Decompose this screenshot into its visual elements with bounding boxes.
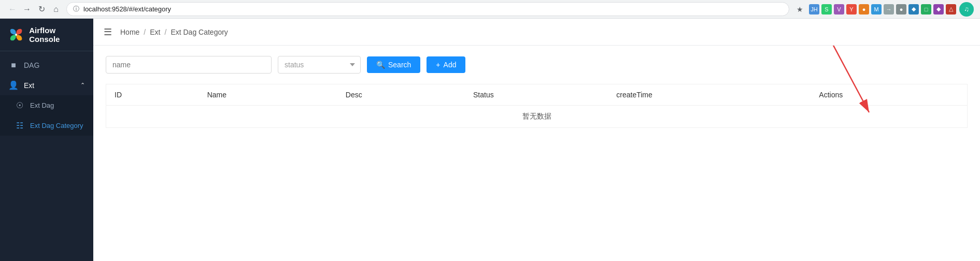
ext-label: Ext	[24, 81, 34, 90]
sidebar-item-ext-dag-category[interactable]: ☷ Ext Dag Category	[0, 115, 93, 136]
sidebar-logo: Airflow Console	[0, 19, 93, 51]
add-button[interactable]: + Add	[427, 56, 465, 73]
toolbar: status active inactive 🔍 Search + Add	[106, 56, 968, 74]
add-icon: +	[436, 61, 440, 69]
ext-icon-3[interactable]: V	[834, 4, 844, 15]
ext-dag-label: Ext Dag	[30, 102, 54, 109]
add-label: Add	[444, 61, 457, 69]
forward-button[interactable]: →	[21, 3, 33, 16]
reload-button[interactable]: ↻	[35, 3, 48, 16]
ext-dag-cat-icon: ☷	[15, 121, 25, 130]
home-button[interactable]: ⌂	[50, 3, 62, 16]
col-actions: Actions	[811, 84, 967, 106]
col-create-time: createTime	[608, 84, 811, 106]
breadcrumb-current: Ext Dag Category	[171, 28, 228, 36]
bookmark-button[interactable]: ★	[793, 3, 806, 16]
search-label: Search	[388, 61, 411, 69]
col-name: Name	[199, 84, 337, 106]
ext-dag-cat-label: Ext Dag Category	[30, 122, 83, 129]
back-button[interactable]: ←	[6, 3, 19, 16]
main-content: status active inactive 🔍 Search + Add	[93, 46, 980, 261]
status-select[interactable]: status active inactive	[278, 56, 361, 74]
data-table: ID Name Desc Status createTime Actions 暂…	[106, 84, 968, 128]
ext-icon-10[interactable]: □	[921, 4, 931, 15]
ext-icon-8[interactable]: ●	[896, 4, 906, 15]
extension-icons: JH S V Y ● M → ● ◆ □ ◆ △	[809, 4, 956, 15]
ext-icon-4[interactable]: Y	[846, 4, 857, 15]
dag-icon: ■	[8, 61, 19, 70]
address-bar[interactable]: ⓘ localhost:9528/#/ext/category	[66, 2, 789, 16]
sidebar-item-ext[interactable]: 👤 Ext ⌃	[0, 75, 93, 95]
ext-icon-11[interactable]: ◆	[933, 4, 944, 15]
ext-dag-icon: ☉	[15, 100, 25, 110]
sidebar-nav: ■ DAG 👤 Ext ⌃ ☉ Ext Dag ☷ Ext Dag Catego…	[0, 51, 93, 261]
dag-label: DAG	[24, 61, 39, 69]
main-area: ☰ Home / Ext / Ext Dag Category status a…	[93, 19, 980, 261]
breadcrumb-ext[interactable]: Ext	[150, 28, 160, 36]
content-area: status active inactive 🔍 Search + Add	[93, 46, 980, 138]
search-button[interactable]: 🔍 Search	[367, 56, 420, 73]
browser-chrome: ← → ↻ ⌂ ⓘ localhost:9528/#/ext/category …	[0, 0, 980, 19]
browser-actions: ★ JH S V Y ● M → ● ◆ □ ◆ △ ♫	[793, 2, 974, 17]
ext-icon-1[interactable]: JH	[809, 4, 819, 15]
empty-state: 暂无数据	[106, 106, 968, 128]
url-text: localhost:9528/#/ext/category	[83, 5, 171, 13]
breadcrumb-sep-1: /	[144, 28, 146, 36]
sidebar: Airflow Console ■ DAG 👤 Ext ⌃ ☉ Ext Dag	[0, 19, 93, 261]
ext-arrow-icon: ⌃	[80, 82, 85, 89]
ext-icon-7[interactable]: →	[884, 4, 894, 15]
sidebar-item-dag[interactable]: ■ DAG	[0, 55, 93, 75]
svg-point-0	[15, 34, 17, 36]
sidebar-item-ext-dag[interactable]: ☉ Ext Dag	[0, 95, 93, 115]
table-header: ID Name Desc Status createTime Actions	[106, 84, 968, 106]
sidebar-submenu-ext: ☉ Ext Dag ☷ Ext Dag Category	[0, 95, 93, 136]
table-wrapper: ID Name Desc Status createTime Actions 暂…	[106, 84, 968, 128]
col-desc: Desc	[337, 84, 465, 106]
app-container: Airflow Console ■ DAG 👤 Ext ⌃ ☉ Ext Dag	[0, 19, 980, 261]
col-status: Status	[465, 84, 608, 106]
col-id: ID	[106, 84, 199, 106]
ext-icon-12[interactable]: △	[946, 4, 956, 15]
table-body: 暂无数据	[106, 106, 968, 128]
ext-icon-2[interactable]: S	[821, 4, 832, 15]
logo-icon	[8, 26, 24, 43]
top-bar: ☰ Home / Ext / Ext Dag Category	[93, 19, 980, 46]
hamburger-button[interactable]: ☰	[104, 26, 112, 38]
table-header-row: ID Name Desc Status createTime Actions	[106, 84, 968, 106]
nav-buttons: ← → ↻ ⌂	[6, 3, 62, 16]
breadcrumb: Home / Ext / Ext Dag Category	[120, 28, 228, 36]
ext-icon-6[interactable]: M	[871, 4, 882, 15]
search-icon: 🔍	[376, 61, 385, 69]
profile-avatar[interactable]: ♫	[959, 2, 974, 17]
name-search-input[interactable]	[106, 56, 272, 74]
ext-icon-5[interactable]: ●	[859, 4, 869, 15]
empty-row: 暂无数据	[106, 106, 968, 128]
app-title: Airflow Console	[29, 26, 85, 44]
breadcrumb-sep-2: /	[164, 28, 166, 36]
breadcrumb-home[interactable]: Home	[120, 28, 139, 36]
ext-nav-icon: 👤	[8, 80, 19, 90]
ext-icon-9[interactable]: ◆	[908, 4, 919, 15]
lock-icon: ⓘ	[73, 5, 79, 13]
